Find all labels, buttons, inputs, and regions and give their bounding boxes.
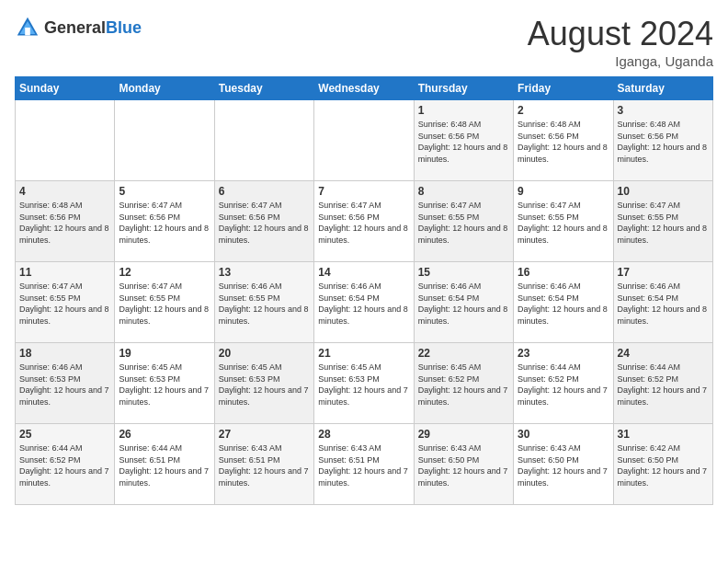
day-number: 31 [618, 428, 709, 441]
calendar-cell-w1-d7: 3Sunrise: 6:48 AM Sunset: 6:56 PM Daylig… [613, 100, 712, 181]
header-sunday: Sunday [16, 77, 115, 100]
day-number: 9 [518, 185, 609, 198]
calendar-cell-w1-d5: 1Sunrise: 6:48 AM Sunset: 6:56 PM Daylig… [414, 100, 513, 181]
day-number: 18 [19, 347, 110, 360]
day-number: 2 [518, 104, 609, 117]
cell-info: Sunrise: 6:46 AM Sunset: 6:54 PM Dayligh… [618, 281, 709, 327]
cell-info: Sunrise: 6:48 AM Sunset: 6:56 PM Dayligh… [618, 119, 709, 165]
cell-info: Sunrise: 6:46 AM Sunset: 6:54 PM Dayligh… [518, 281, 609, 327]
calendar-cell-w3-d7: 17Sunrise: 6:46 AM Sunset: 6:54 PM Dayli… [613, 262, 712, 343]
week-row-1: 1Sunrise: 6:48 AM Sunset: 6:56 PM Daylig… [16, 100, 713, 181]
cell-info: Sunrise: 6:45 AM Sunset: 6:53 PM Dayligh… [219, 362, 310, 408]
day-number: 26 [119, 428, 210, 441]
cell-info: Sunrise: 6:45 AM Sunset: 6:53 PM Dayligh… [318, 362, 409, 408]
calendar-cell-w5-d5: 29Sunrise: 6:43 AM Sunset: 6:50 PM Dayli… [414, 424, 513, 505]
day-number: 13 [219, 266, 310, 279]
day-number: 27 [219, 428, 310, 441]
calendar-cell-w4-d7: 24Sunrise: 6:44 AM Sunset: 6:52 PM Dayli… [613, 343, 712, 424]
calendar-cell-w2-d4: 7Sunrise: 6:47 AM Sunset: 6:56 PM Daylig… [314, 181, 414, 262]
logo-text: GeneralBlue [44, 18, 142, 38]
week-row-3: 11Sunrise: 6:47 AM Sunset: 6:55 PM Dayli… [16, 262, 713, 343]
day-number: 8 [418, 185, 509, 198]
day-number: 19 [119, 347, 210, 360]
calendar-cell-w2-d2: 5Sunrise: 6:47 AM Sunset: 6:56 PM Daylig… [115, 181, 214, 262]
header-tuesday: Tuesday [214, 77, 313, 100]
calendar-cell-w4-d4: 21Sunrise: 6:45 AM Sunset: 6:53 PM Dayli… [314, 343, 414, 424]
calendar-cell-w5-d3: 27Sunrise: 6:43 AM Sunset: 6:51 PM Dayli… [214, 424, 313, 505]
day-number: 25 [19, 428, 110, 441]
week-row-5: 25Sunrise: 6:44 AM Sunset: 6:52 PM Dayli… [16, 424, 713, 505]
cell-info: Sunrise: 6:47 AM Sunset: 6:56 PM Dayligh… [119, 200, 210, 246]
day-number: 14 [318, 266, 409, 279]
day-number: 11 [19, 266, 110, 279]
calendar-cell-w3-d6: 16Sunrise: 6:46 AM Sunset: 6:54 PM Dayli… [514, 262, 613, 343]
logo-general: General [44, 18, 106, 37]
header-friday: Friday [514, 77, 613, 100]
calendar-cell-w4-d5: 22Sunrise: 6:45 AM Sunset: 6:52 PM Dayli… [414, 343, 513, 424]
calendar-cell-w3-d1: 11Sunrise: 6:47 AM Sunset: 6:55 PM Dayli… [16, 262, 115, 343]
day-number: 29 [418, 428, 509, 441]
day-number: 30 [518, 428, 609, 441]
calendar-cell-w4-d3: 20Sunrise: 6:45 AM Sunset: 6:53 PM Dayli… [214, 343, 313, 424]
day-number: 10 [618, 185, 709, 198]
cell-info: Sunrise: 6:47 AM Sunset: 6:55 PM Dayligh… [618, 200, 709, 246]
day-number: 24 [618, 347, 709, 360]
day-number: 4 [19, 185, 110, 198]
calendar-cell-w2-d1: 4Sunrise: 6:48 AM Sunset: 6:56 PM Daylig… [16, 181, 115, 262]
calendar-cell-w3-d5: 15Sunrise: 6:46 AM Sunset: 6:54 PM Dayli… [414, 262, 513, 343]
cell-info: Sunrise: 6:46 AM Sunset: 6:54 PM Dayligh… [318, 281, 409, 327]
location-subtitle: Iganga, Uganda [528, 53, 713, 69]
cell-info: Sunrise: 6:46 AM Sunset: 6:54 PM Dayligh… [418, 281, 509, 327]
cell-info: Sunrise: 6:48 AM Sunset: 6:56 PM Dayligh… [19, 200, 110, 246]
svg-rect-2 [25, 28, 30, 35]
cell-info: Sunrise: 6:45 AM Sunset: 6:52 PM Dayligh… [418, 362, 509, 408]
calendar-cell-w2-d7: 10Sunrise: 6:47 AM Sunset: 6:55 PM Dayli… [613, 181, 712, 262]
calendar-table: Sunday Monday Tuesday Wednesday Thursday… [15, 76, 713, 505]
calendar-cell-w1-d3 [214, 100, 313, 181]
day-number: 3 [618, 104, 709, 117]
cell-info: Sunrise: 6:42 AM Sunset: 6:50 PM Dayligh… [618, 442, 709, 488]
cell-info: Sunrise: 6:44 AM Sunset: 6:52 PM Dayligh… [618, 362, 709, 408]
cell-info: Sunrise: 6:48 AM Sunset: 6:56 PM Dayligh… [418, 119, 509, 165]
header-saturday: Saturday [613, 77, 712, 100]
day-number: 12 [119, 266, 210, 279]
calendar-cell-w2-d3: 6Sunrise: 6:47 AM Sunset: 6:56 PM Daylig… [214, 181, 313, 262]
day-number: 23 [518, 347, 609, 360]
calendar-cell-w2-d6: 9Sunrise: 6:47 AM Sunset: 6:55 PM Daylig… [514, 181, 613, 262]
title-block: August 2024 Iganga, Uganda [528, 15, 713, 69]
cell-info: Sunrise: 6:47 AM Sunset: 6:55 PM Dayligh… [418, 200, 509, 246]
cell-info: Sunrise: 6:48 AM Sunset: 6:56 PM Dayligh… [518, 119, 609, 165]
calendar-cell-w3-d4: 14Sunrise: 6:46 AM Sunset: 6:54 PM Dayli… [314, 262, 414, 343]
week-row-4: 18Sunrise: 6:46 AM Sunset: 6:53 PM Dayli… [16, 343, 713, 424]
calendar-cell-w4-d2: 19Sunrise: 6:45 AM Sunset: 6:53 PM Dayli… [115, 343, 214, 424]
day-number: 7 [318, 185, 409, 198]
month-year-title: August 2024 [528, 15, 713, 53]
day-number: 15 [418, 266, 509, 279]
header-monday: Monday [115, 77, 214, 100]
day-number: 22 [418, 347, 509, 360]
logo-blue: Blue [106, 18, 142, 37]
cell-info: Sunrise: 6:46 AM Sunset: 6:53 PM Dayligh… [19, 362, 110, 408]
day-number: 21 [318, 347, 409, 360]
cell-info: Sunrise: 6:43 AM Sunset: 6:50 PM Dayligh… [518, 442, 609, 488]
calendar-cell-w5-d2: 26Sunrise: 6:44 AM Sunset: 6:51 PM Dayli… [115, 424, 214, 505]
day-number: 28 [318, 428, 409, 441]
cell-info: Sunrise: 6:43 AM Sunset: 6:51 PM Dayligh… [219, 442, 310, 488]
page-header: GeneralBlue August 2024 Iganga, Uganda [15, 15, 713, 69]
cell-info: Sunrise: 6:47 AM Sunset: 6:55 PM Dayligh… [119, 281, 210, 327]
calendar-cell-w3-d3: 13Sunrise: 6:46 AM Sunset: 6:55 PM Dayli… [214, 262, 313, 343]
calendar-cell-w3-d2: 12Sunrise: 6:47 AM Sunset: 6:55 PM Dayli… [115, 262, 214, 343]
cell-info: Sunrise: 6:43 AM Sunset: 6:50 PM Dayligh… [418, 442, 509, 488]
calendar-cell-w1-d2 [115, 100, 214, 181]
calendar-cell-w1-d4 [314, 100, 414, 181]
day-number: 20 [219, 347, 310, 360]
header-wednesday: Wednesday [314, 77, 414, 100]
calendar-cell-w1-d6: 2Sunrise: 6:48 AM Sunset: 6:56 PM Daylig… [514, 100, 613, 181]
calendar-cell-w5-d6: 30Sunrise: 6:43 AM Sunset: 6:50 PM Dayli… [514, 424, 613, 505]
cell-info: Sunrise: 6:43 AM Sunset: 6:51 PM Dayligh… [318, 442, 409, 488]
day-number: 17 [618, 266, 709, 279]
cell-info: Sunrise: 6:47 AM Sunset: 6:56 PM Dayligh… [318, 200, 409, 246]
day-number: 1 [418, 104, 509, 117]
cell-info: Sunrise: 6:47 AM Sunset: 6:56 PM Dayligh… [219, 200, 310, 246]
cell-info: Sunrise: 6:44 AM Sunset: 6:51 PM Dayligh… [119, 442, 210, 488]
